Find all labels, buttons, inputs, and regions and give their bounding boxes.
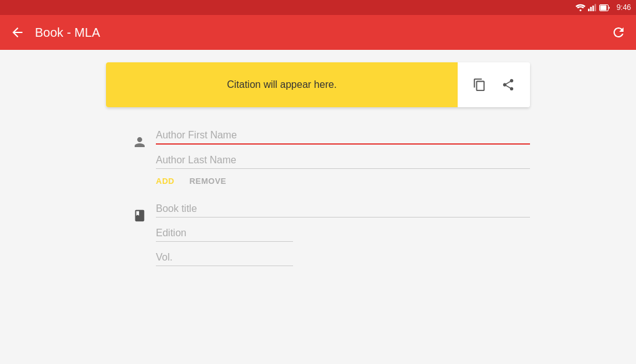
author-row xyxy=(131,122,530,171)
person-icon xyxy=(132,135,147,150)
add-remove-row: ADD REMOVE xyxy=(131,176,530,186)
svg-point-0 xyxy=(579,9,581,11)
remove-author-button[interactable]: REMOVE xyxy=(190,176,226,186)
svg-rect-3 xyxy=(592,6,594,11)
svg-rect-4 xyxy=(594,4,596,12)
wifi-icon xyxy=(576,4,585,11)
vol-input[interactable] xyxy=(156,244,293,266)
signal-icon xyxy=(588,4,597,11)
share-icon xyxy=(501,78,515,92)
refresh-icon xyxy=(611,25,626,40)
app-bar-title: Book - MLA xyxy=(35,26,100,40)
book-fields xyxy=(156,196,530,269)
status-icons: 9:46 xyxy=(576,3,631,12)
battery-icon xyxy=(599,4,610,11)
app-bar: Book - MLA xyxy=(0,15,636,50)
share-button[interactable] xyxy=(496,73,520,97)
book-icon-wrapper xyxy=(131,203,148,228)
form-container: ADD REMOVE xyxy=(106,122,530,269)
citation-placeholder: Citation will appear here. xyxy=(227,79,337,90)
status-bar: 9:46 xyxy=(0,0,636,15)
refresh-button[interactable] xyxy=(611,25,626,40)
citation-actions xyxy=(458,62,530,107)
copy-icon xyxy=(473,78,486,92)
copy-button[interactable] xyxy=(468,73,491,97)
status-time: 9:46 xyxy=(617,3,631,12)
author-first-name-input[interactable] xyxy=(156,122,530,145)
back-button[interactable] xyxy=(10,25,25,40)
svg-rect-2 xyxy=(590,7,592,11)
citation-container: Citation will appear here. xyxy=(106,62,530,107)
edition-input[interactable] xyxy=(156,220,293,242)
citation-yellow-area: Citation will appear here. xyxy=(106,62,458,107)
author-last-name-input[interactable] xyxy=(156,147,530,169)
main-content: Citation will appear here. xyxy=(0,50,636,364)
book-title-row xyxy=(131,196,530,269)
book-title-input[interactable] xyxy=(156,196,530,218)
author-icon-wrapper xyxy=(131,130,148,155)
author-fields xyxy=(156,122,530,171)
svg-rect-6 xyxy=(600,5,606,10)
app-bar-left: Book - MLA xyxy=(10,25,100,40)
svg-rect-1 xyxy=(588,9,590,11)
back-arrow-icon xyxy=(10,25,25,40)
add-author-button[interactable]: ADD xyxy=(156,176,175,186)
book-icon xyxy=(133,209,147,223)
